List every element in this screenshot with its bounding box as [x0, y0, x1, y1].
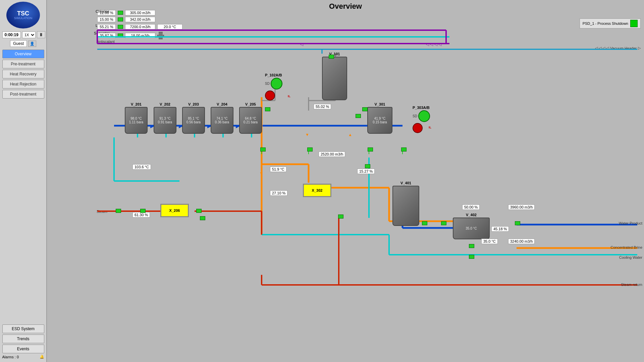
val-51c: 51.9 °C: [270, 167, 286, 172]
v202-temp: 91.3 °C: [159, 117, 170, 120]
lime-flow: 7200.0 m3/h: [125, 24, 155, 29]
pump-red-circle: [265, 90, 275, 101]
vessel-V202: V_202 91.3 °C 0.91 bara: [154, 102, 176, 134]
lime-percent: 55.21 %: [97, 24, 116, 29]
feed-row-seawater: 35.87 % 18.00 m3/h: [97, 32, 164, 39]
arrow-right-3: ▶: [207, 123, 211, 129]
arrow-down-orange2: ▼: [305, 132, 309, 137]
vacuum-header-label: ◁ ◁ ◁ ◁ Vacuum Header ▷: [595, 46, 641, 50]
logo-area: TSC SIMULATION: [6, 2, 40, 28]
arrow-up-orange3: ▲: [348, 132, 352, 137]
nav-overview[interactable]: Overview: [2, 50, 44, 58]
timer-display: 0:00:19: [2, 32, 21, 38]
trends-button[interactable]: Trends: [2, 335, 44, 343]
valve-water-product-out[interactable]: [515, 221, 520, 225]
valve-3[interactable]: [356, 114, 361, 118]
v203-temp: 85.1 °C: [188, 117, 199, 120]
valve-cooling-water[interactable]: [469, 255, 474, 259]
vacuum-header-text: Vacuum Header: [610, 46, 637, 50]
nav-pretreatment[interactable]: Pre-treatment: [2, 60, 44, 68]
valve-steam2[interactable]: [140, 209, 146, 213]
valve-v402-in[interactable]: [441, 221, 446, 225]
valve-v401-out[interactable]: [422, 221, 427, 225]
hex-X206: X_206: [160, 204, 189, 217]
logo-sub: SIMULATION: [14, 16, 32, 20]
val-55pct: 55.02 %: [314, 104, 331, 109]
valve-v205-right[interactable]: [265, 107, 270, 111]
pause-button[interactable]: ⏸: [37, 31, 45, 38]
valve-v301-bot[interactable]: [365, 164, 370, 168]
v205-temp: 64.8 °C: [245, 117, 256, 120]
vessel-V101: V_101: [322, 52, 347, 100]
valve-chlorine2[interactable]: [118, 17, 123, 21]
vessel-V205: V_205 64.8 °C 0.21 bara: [239, 102, 262, 134]
feed-row-chlorine2: 15.00 % 342.00 m3/h: [97, 17, 155, 22]
chevron-antiscalant2: ◁ ◁ ◁ ◁: [426, 42, 441, 47]
concentrated-brine-label: Concentrated Brine: [610, 245, 642, 249]
alarms-row: Alarms : 0 🔔: [2, 355, 44, 359]
valve-v301-left[interactable]: [362, 107, 368, 111]
valve-4[interactable]: [368, 147, 373, 152]
val-61pct: 61.30 %: [132, 212, 150, 218]
valve-lime[interactable]: [118, 25, 123, 29]
val-3960: 3960.00 m3/h: [508, 204, 535, 210]
timer-row: 0:00:19 1X2X4X ⏸: [2, 31, 44, 38]
valve-1[interactable]: [260, 147, 266, 152]
v201-temp: 98.0 °C: [130, 117, 142, 120]
vessel-V203: V_203 85.1 °C 0.56 bara: [182, 102, 205, 134]
feed-row-lime: 55.21 % 7200.0 m3/h 20.0 °C: [97, 24, 182, 29]
v203-pressure: 0.56 bara: [186, 120, 201, 124]
valve-chlorine1[interactable]: [118, 11, 123, 15]
vessel-V401: V_401: [392, 181, 419, 226]
nav-heat-recovery[interactable]: Heat Recovery: [2, 70, 44, 78]
filter-symbol: [157, 32, 164, 39]
valve-steam3[interactable]: [196, 209, 202, 213]
valve-hex206-out[interactable]: [200, 216, 205, 220]
vessel-V301: V_301 41.9 °C 0.15 bara: [367, 102, 392, 134]
arrow-down-orange: ▼: [259, 171, 263, 176]
v201-pressure: 1.11 bara: [129, 120, 143, 124]
val-15pct: 15.27 %: [357, 169, 375, 174]
v202-pressure: 0.91 bara: [158, 120, 172, 124]
chlorine-label1: Chlorine: [96, 9, 109, 13]
alarms-label: Alarms : 0: [2, 355, 19, 359]
chlorine2-flow: 342.00 m3/h: [125, 17, 155, 22]
events-button[interactable]: Events: [2, 345, 44, 353]
chevron-antiscalant1: ◁: [300, 42, 303, 47]
il-label-2: IL: [429, 126, 431, 129]
valve-seawater[interactable]: [118, 34, 123, 38]
v204-temp: 74.1 °C: [216, 117, 227, 120]
valve-steam1[interactable]: [116, 209, 121, 213]
val-103c: 103.6 °C: [132, 164, 151, 170]
hex-X302: X_302: [303, 184, 331, 197]
il-label-1: IL: [288, 95, 290, 98]
cooling-water-label: Cooling Water: [619, 255, 642, 259]
logo-text: TSC: [17, 10, 29, 16]
alarm-bell-icon: 🔔: [40, 355, 44, 359]
sidebar: TSC SIMULATION 0:00:19 1X2X4X ⏸ Guest 👤 …: [0, 0, 47, 362]
valve-2[interactable]: [307, 147, 313, 152]
v301-pressure: 0.15 bara: [373, 120, 387, 124]
val-2520: 2520.00 m3/h: [319, 152, 345, 157]
lime-temp: 20.0 °C: [157, 24, 182, 29]
esd-system-button[interactable]: ESD System: [2, 324, 44, 333]
nav-post-treatment[interactable]: Post-treatment: [2, 90, 44, 99]
arrow-right-4: ▶: [236, 123, 239, 129]
val-3240: 3240.00 m3/h: [508, 239, 535, 244]
valve-v101-top[interactable]: [329, 55, 334, 59]
psd-indicator: PSD_1 - Process Shutdown: [580, 18, 641, 28]
vessel-V204: V_204 74.1 °C 0.36 bara: [211, 102, 233, 134]
seawater-flow: 18.00 m3/h: [125, 33, 155, 38]
valve-conc-brine[interactable]: [469, 244, 474, 248]
valve-5[interactable]: [401, 147, 407, 152]
val-4518pct: 45.18 %: [491, 226, 509, 232]
valve-brine[interactable]: [338, 215, 343, 219]
speed-select[interactable]: 1X2X4X: [22, 32, 36, 38]
arrow-right-2: ▶: [179, 123, 182, 129]
nav-heat-rejection[interactable]: Heat Rejection: [2, 80, 44, 88]
v204-pressure: 0.36 bara: [215, 120, 229, 124]
pump303-green-circle: [418, 110, 430, 122]
vessel-V201: V_201 98.0 °C 1.11 bara: [125, 102, 148, 134]
antiscalant-label: Antiscalant: [97, 40, 115, 44]
psd-status-light: [630, 20, 638, 27]
